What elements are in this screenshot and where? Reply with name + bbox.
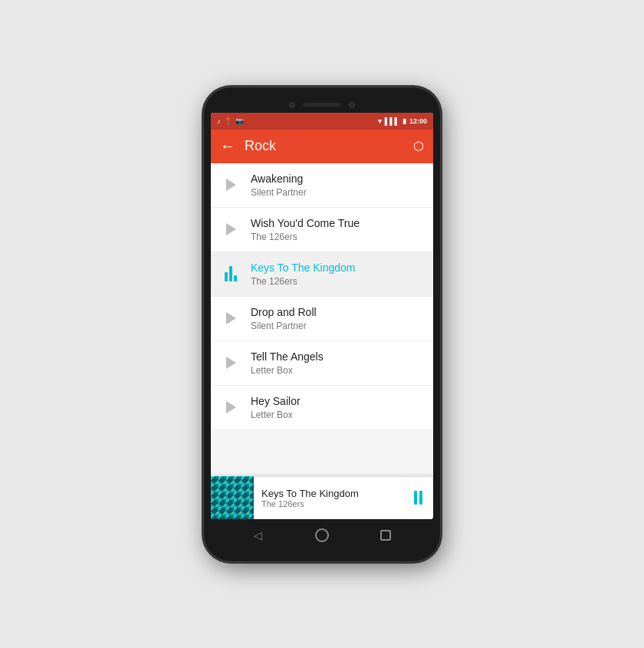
pause-bar-left (414, 491, 417, 505)
song-title-1: Awakening (251, 172, 424, 186)
now-playing-artist: The 126ers (261, 499, 406, 508)
phone-screen: ♪ 📍 📷 ▾ ▌▌▌ ▮ 12:00 ← Rock ⬡ (211, 113, 433, 519)
song-play-icon-1 (220, 174, 242, 196)
song-info-3: Keys To The Kingdom The 126ers (251, 261, 424, 287)
eq-bars (225, 266, 237, 281)
song-title-2: Wish You'd Come True (251, 216, 424, 230)
song-info-5: Tell The Angels Letter Box (251, 350, 424, 376)
eq-bar-3 (234, 275, 237, 281)
song-item-4[interactable]: Drop and Roll Silent Partner (211, 297, 433, 341)
eq-bar-1 (225, 272, 228, 281)
time-display: 12:00 (409, 117, 427, 125)
toolbar-title: Rock (245, 138, 413, 154)
song-list: Awakening Silent Partner Wish You'd Come… (211, 163, 433, 476)
play-triangle-5 (226, 357, 236, 369)
now-playing-bar[interactable]: Keys To The Kingdom The 126ers (211, 476, 433, 519)
song-info-6: Hey Sailor Letter Box (251, 394, 424, 420)
eq-bar-2 (229, 266, 232, 281)
nav-back-button[interactable]: ◁ (245, 521, 272, 549)
song-artist-2: The 126ers (251, 232, 424, 242)
now-playing-title: Keys To The Kingdom (261, 488, 406, 499)
nav-recents-button[interactable] (372, 521, 399, 549)
play-triangle-6 (226, 401, 236, 413)
phone-nav-bar: ◁ (211, 519, 433, 551)
status-icons-left: ♪ 📍 📷 (217, 117, 244, 125)
album-art (211, 476, 254, 519)
song-info-1: Awakening Silent Partner (251, 172, 424, 198)
play-triangle-1 (226, 179, 236, 191)
signal-icon: ▌▌▌ (385, 117, 399, 125)
song-play-icon-6 (220, 396, 242, 418)
song-item-2[interactable]: Wish You'd Come True The 126ers (211, 208, 433, 252)
home-circle (315, 528, 329, 542)
song-title-6: Hey Sailor (251, 394, 424, 408)
recents-square (380, 530, 391, 541)
sensor-dot (349, 102, 355, 108)
pin-icon: 📍 (224, 117, 232, 125)
wifi-icon: ▾ (378, 117, 382, 125)
play-triangle-4 (226, 312, 236, 324)
pause-button[interactable] (414, 491, 433, 505)
camera-icon: 📷 (235, 117, 244, 125)
song-play-icon-5 (220, 352, 242, 373)
back-button[interactable]: ← (220, 137, 235, 155)
song-artist-3: The 126ers (251, 276, 424, 287)
toolbar: ← Rock ⬡ (211, 130, 433, 163)
play-triangle-2 (226, 223, 236, 235)
status-icons-right: ▾ ▌▌▌ ▮ 12:00 (378, 117, 427, 125)
song-title-3: Keys To The Kingdom (251, 261, 424, 275)
phone-device: ♪ 📍 📷 ▾ ▌▌▌ ▮ 12:00 ← Rock ⬡ (203, 87, 441, 562)
song-eq-icon-3 (220, 263, 242, 285)
status-bar: ♪ 📍 📷 ▾ ▌▌▌ ▮ 12:00 (211, 113, 433, 130)
music-icon: ♪ (217, 117, 221, 125)
song-info-4: Drop and Roll Silent Partner (251, 305, 424, 331)
song-title-4: Drop and Roll (251, 305, 424, 319)
pause-bar-right (419, 491, 422, 505)
album-art-image (211, 476, 254, 519)
camera-dot (289, 102, 295, 108)
song-item-6[interactable]: Hey Sailor Letter Box (211, 386, 433, 430)
phone-outer: ♪ 📍 📷 ▾ ▌▌▌ ▮ 12:00 ← Rock ⬡ (203, 87, 441, 562)
song-artist-4: Silent Partner (251, 321, 424, 331)
battery-icon: ▮ (402, 117, 406, 125)
song-artist-5: Letter Box (251, 365, 424, 376)
song-item-1[interactable]: Awakening Silent Partner (211, 163, 433, 208)
song-artist-6: Letter Box (251, 410, 424, 420)
song-title-5: Tell The Angels (251, 350, 424, 363)
cast-button[interactable]: ⬡ (413, 139, 424, 153)
song-play-icon-2 (220, 219, 242, 240)
nav-home-button[interactable] (308, 521, 336, 549)
song-item-5[interactable]: Tell The Angels Letter Box (211, 341, 433, 386)
speaker-grille (303, 103, 341, 107)
song-artist-1: Silent Partner (251, 187, 424, 198)
song-info-2: Wish You'd Come True The 126ers (251, 216, 424, 242)
song-item-3[interactable]: Keys To The Kingdom The 126ers (211, 252, 433, 297)
song-play-icon-4 (220, 308, 242, 329)
phone-top-bar (211, 97, 433, 113)
now-playing-info: Keys To The Kingdom The 126ers (254, 488, 414, 508)
